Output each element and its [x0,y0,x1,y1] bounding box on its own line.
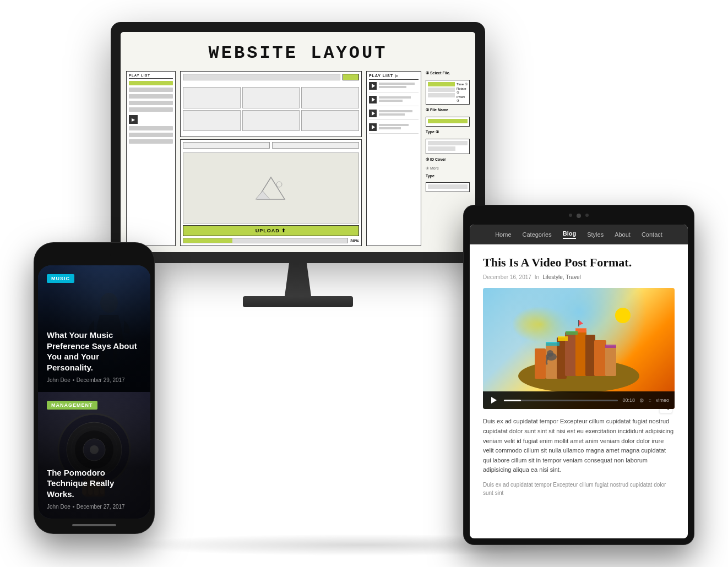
phone-badge-music: MUSIC [47,274,74,283]
tablet-camera-center [577,214,581,218]
video-gear-icon[interactable]: ⚙ [639,397,644,404]
phone-screen: MUSIC What Your Music Preference Says Ab… [38,265,150,519]
tab-styles[interactable]: Styles [587,231,604,238]
phone-article1-date: December 29, 2017 [77,377,125,383]
scene: WEBSITE LAYOUT PLAY LIST ▶ [34,22,694,545]
phone-badge-management: MANAGEMENT [47,401,97,410]
progress-label: 30% [350,238,359,243]
tablet-body-text-small: Duis ex ad cupidatat tempor Excepteur ci… [483,481,675,497]
tablet-content: ♥ ⏱ ◀ This Is A Video Post Format. Decem… [470,244,688,536]
video-time: 00:18 [622,397,635,403]
svg-rect-26 [594,340,606,376]
video-play-button[interactable] [488,395,499,406]
tab-contact[interactable]: Contact [642,231,662,238]
sketch-title: WEBSITE LAYOUT [121,32,475,68]
monitor: WEBSITE LAYOUT PLAY LIST ▶ [111,22,485,307]
tablet-post-meta: December 16, 2017 In Lifestyle, Travel [483,274,675,280]
sketch-left-panel: PLAY LIST ▶ [126,71,176,246]
tablet-camera-right [585,214,589,217]
svg-rect-31 [546,342,559,346]
tab-categories[interactable]: Categories [523,231,552,238]
tab-blog[interactable]: Blog [563,230,576,239]
svg-rect-20 [535,348,546,379]
tablet-video[interactable]: 00:18 ⚙ :: vimeo [483,288,675,409]
phone-article1-title: What Your Music Preference Says About Yo… [47,330,142,373]
sketch-playlist-panel: PLAY LIST ▷ [366,71,421,246]
svg-marker-1 [256,191,270,199]
phone: MUSIC What Your Music Preference Says Ab… [34,242,155,534]
svg-rect-32 [605,345,616,348]
video-progress[interactable] [504,400,618,401]
post-categories[interactable]: Lifestyle, Travel [542,274,580,280]
tablet-body-text: Duis ex ad cupidatat tempor Excepteur ci… [483,417,675,475]
tab-about[interactable]: About [615,231,631,238]
svg-rect-28 [558,336,568,341]
tablet: Home Categories Blog Styles About Contac… [463,205,694,545]
svg-point-18 [615,308,631,323]
playlist-header: PLAY LIST ▷ [369,74,419,80]
svg-rect-30 [566,331,578,335]
svg-point-34 [547,350,553,357]
video-controls: 00:18 ⚙ :: vimeo [483,391,675,409]
phone-article-1[interactable]: MUSIC What Your Music Preference Says Ab… [38,265,150,392]
tablet-camera-left [569,214,572,217]
tab-home[interactable]: Home [495,231,511,238]
svg-rect-24 [575,329,586,376]
post-in: In [535,274,539,280]
phone-article2-date: December 27, 2017 [77,504,125,510]
phone-article2-author: John Doe [47,504,70,510]
post-date: December 16, 2017 [483,274,531,280]
tablet-nav: Home Categories Blog Styles About Contac… [470,225,688,244]
phone-article2-title: The Pomodoro Technique Really Works. [47,467,142,500]
phone-article-2[interactable]: MANAGEMENT The Pomodoro Technique Really… [38,392,150,519]
phone-article1-author: John Doe [47,377,70,383]
video-grid-icon: :: [649,397,651,403]
tablet-post-title: This Is A Video Post Format. [483,255,675,270]
svg-rect-27 [605,346,616,376]
vimeo-label: vimeo [656,397,669,403]
svg-point-2 [276,182,282,187]
phone-notch [78,250,111,261]
svg-rect-25 [585,335,595,376]
tablet-screen: Home Categories Blog Styles About Contac… [470,225,688,538]
upload-label[interactable]: UPLOAD ⬆ [183,225,359,236]
svg-marker-36 [579,320,583,325]
phone-home-indicator [72,524,116,526]
